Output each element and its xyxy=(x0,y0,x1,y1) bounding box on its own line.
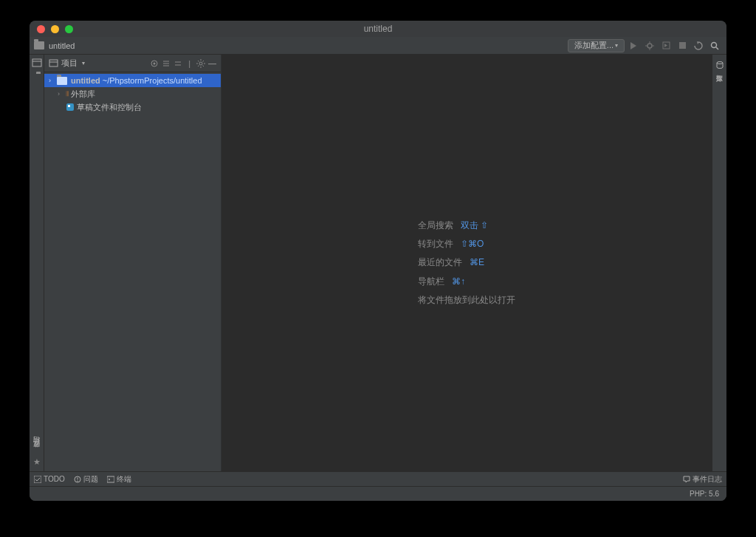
right-tool-gutter: 数据库 xyxy=(712,55,726,471)
minimize-window-button[interactable] xyxy=(51,25,59,33)
tip-gotofile-shortcut: ⇧⌘O xyxy=(461,235,484,253)
tip-recent-shortcut: ⌘E xyxy=(470,253,484,272)
svg-point-31 xyxy=(717,62,723,64)
warning-icon xyxy=(74,476,81,483)
terminal-icon xyxy=(107,476,114,483)
svg-line-33 xyxy=(35,479,37,481)
chevron-down-icon: ▾ xyxy=(615,42,618,49)
svg-line-27 xyxy=(198,65,199,66)
stop-button[interactable] xyxy=(676,40,688,52)
event-log-tool-tab[interactable]: 事件日志 xyxy=(683,474,722,485)
svg-line-26 xyxy=(203,65,205,66)
svg-rect-32 xyxy=(34,476,41,483)
svg-point-7 xyxy=(712,42,717,47)
expand-all-icon[interactable] xyxy=(162,59,171,68)
database-tool-icon[interactable] xyxy=(715,61,724,69)
php-version-status[interactable]: PHP: 5.6 xyxy=(690,490,719,498)
project-folder-tab[interactable] xyxy=(36,74,38,83)
svg-line-28 xyxy=(203,61,205,62)
breadcrumb-project: untitled xyxy=(49,41,75,50)
problems-tool-tab[interactable]: 问题 xyxy=(74,474,98,485)
tree-external-libraries[interactable]: › ⫴ 外部库 xyxy=(44,87,221,100)
run-configuration-selector[interactable]: 添加配置... ▾ xyxy=(568,39,625,52)
svg-line-8 xyxy=(716,47,718,49)
svg-line-25 xyxy=(198,61,199,62)
chevron-down-icon[interactable]: ▾ xyxy=(82,60,85,66)
bottom-tool-tabs: TODO 问题 终端 事件日志 xyxy=(30,471,726,486)
favorites-star-icon: ★ xyxy=(33,457,41,467)
editor-empty-tips: 全局搜索 双击 ⇧ 转到文件 ⇧⌘O 最近的文件 ⌘E 导航栏 ⌘↑ xyxy=(418,216,515,309)
project-view-icon xyxy=(49,58,58,68)
chevron-right-icon: › xyxy=(58,90,63,98)
navigation-bar: untitled 添加配置... ▾ xyxy=(30,37,726,55)
close-window-button[interactable] xyxy=(37,25,45,33)
status-bar: PHP: 5.6 xyxy=(30,486,726,501)
todo-icon xyxy=(34,476,41,483)
project-sidebar: 项目 ▾ | — xyxy=(44,55,221,471)
svg-point-14 xyxy=(154,62,156,64)
tree-root-name: untitled xyxy=(71,76,100,85)
project-sidebar-header: 项目 ▾ | — xyxy=(44,55,221,72)
event-log-icon xyxy=(683,476,690,483)
svg-point-0 xyxy=(647,44,652,48)
tip-drop-hint: 将文件拖放到此处以打开 xyxy=(418,291,515,309)
run-button[interactable] xyxy=(628,40,639,52)
tree-root-project[interactable]: › untitled ~/PhpstormProjects/untitled xyxy=(44,74,221,87)
tree-item-label: 外部库 xyxy=(71,89,95,100)
tree-item-label: 草稿文件和控制台 xyxy=(77,102,142,113)
library-icon: ⫴ xyxy=(66,89,69,98)
ide-window: untitled untitled 添加配置... ▾ xyxy=(30,21,726,501)
update-project-button[interactable] xyxy=(693,40,704,52)
search-everywhere-button[interactable] xyxy=(709,40,721,52)
tree-root-path: ~/PhpstormProjects/untitled xyxy=(103,76,202,85)
editor-area[interactable]: 全局搜索 双击 ⇧ 转到文件 ⇧⌘O 最近的文件 ⌘E 导航栏 ⌘↑ xyxy=(221,55,712,471)
folder-icon xyxy=(57,77,67,85)
breadcrumb[interactable]: untitled xyxy=(34,41,75,50)
folder-icon xyxy=(34,41,44,49)
window-title: untitled xyxy=(30,24,726,34)
svg-rect-9 xyxy=(32,59,41,66)
hide-tool-window-icon[interactable]: — xyxy=(208,59,216,68)
svg-rect-6 xyxy=(679,42,686,49)
debug-button[interactable] xyxy=(644,40,656,52)
tip-recent-label: 最近的文件 xyxy=(418,253,462,272)
left-tool-gutter: 结构 收藏 ★ xyxy=(30,55,44,471)
todo-tool-tab[interactable]: TODO xyxy=(34,475,65,483)
tree-scratches[interactable]: › 草稿文件和控制台 xyxy=(44,100,221,114)
project-tool-tab[interactable] xyxy=(32,58,42,68)
select-opened-file-icon[interactable] xyxy=(150,59,159,68)
project-tree[interactable]: › untitled ~/PhpstormProjects/untitled ›… xyxy=(44,72,221,471)
terminal-tool-tab[interactable]: 终端 xyxy=(107,474,131,485)
svg-rect-11 xyxy=(49,60,58,66)
maximize-window-button[interactable] xyxy=(65,25,73,33)
chevron-right-icon: › xyxy=(49,77,55,84)
svg-line-34 xyxy=(37,478,40,481)
tip-gotofile-label: 转到文件 xyxy=(418,235,453,253)
collapse-all-icon[interactable] xyxy=(173,59,182,68)
tip-navbar-shortcut: ⌘↑ xyxy=(452,273,465,291)
traffic-lights xyxy=(30,25,73,33)
svg-point-20 xyxy=(199,62,202,65)
svg-point-37 xyxy=(77,480,78,481)
project-sidebar-title[interactable]: 项目 xyxy=(61,58,78,69)
tip-navbar-label: 导航栏 xyxy=(418,273,444,291)
scratch-icon xyxy=(66,103,75,112)
titlebar: untitled xyxy=(30,21,726,37)
svg-rect-30 xyxy=(68,105,70,107)
settings-icon[interactable] xyxy=(196,59,205,68)
tip-search-label: 全局搜索 xyxy=(418,216,453,235)
tip-search-shortcut: 双击 ⇧ xyxy=(461,216,488,235)
run-with-coverage-button[interactable] xyxy=(660,40,672,52)
